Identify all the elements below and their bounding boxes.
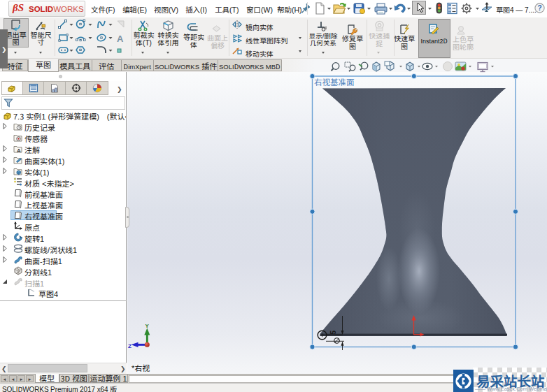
svg-text:Z: Z [128, 343, 132, 349]
svg-text:5: 5 [329, 331, 337, 335]
svg-text:?: ? [537, 4, 541, 12]
svg-text:A: A [117, 34, 124, 44]
svg-text:*右视: *右视 [132, 362, 150, 373]
svg-text:Y: Y [145, 323, 150, 329]
svg-text:A: A [17, 147, 21, 153]
svg-text:右视基准面: 右视基准面 [314, 76, 355, 87]
